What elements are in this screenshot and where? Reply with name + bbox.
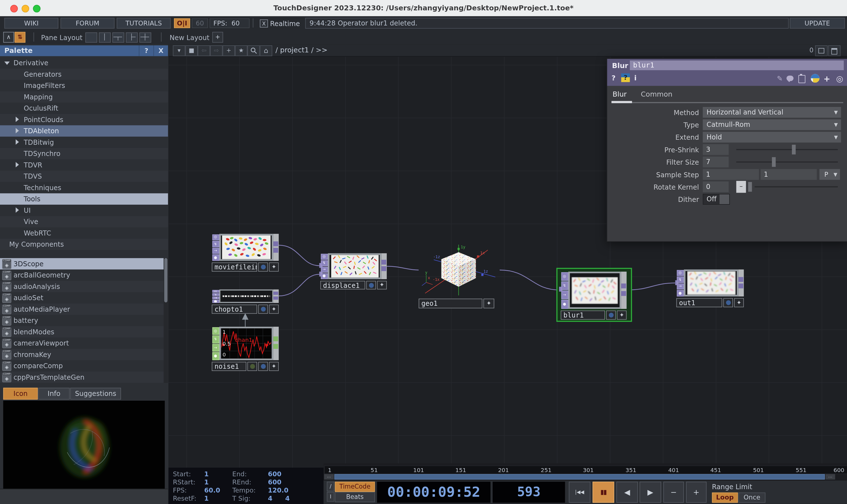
pane-type-button[interactable]: ■ — [186, 46, 198, 56]
tree-item-techniques[interactable]: Techniques — [0, 182, 168, 194]
layout-grid-button[interactable] — [140, 33, 151, 43]
range-start-grip[interactable]: ... — [324, 474, 334, 479]
component-blendmodes[interactable]: COMP◈blendModes — [0, 326, 163, 338]
node-blur1[interactable]: ◎↯ →● blur1 ✦ — [561, 272, 627, 309]
node-star-icon[interactable]: ✦ — [269, 305, 279, 314]
tree-item-oculusrift[interactable]: OculusRift — [0, 103, 168, 114]
info-icon[interactable]: i — [634, 74, 637, 82]
tree-item-my-components[interactable]: My Components — [0, 238, 168, 250]
tree-item-mapping[interactable]: Mapping — [0, 91, 168, 103]
node-display-toggle[interactable] — [606, 310, 616, 320]
oi-toggle[interactable]: O|I — [174, 18, 190, 28]
node-noise1[interactable]: ◎↯ →● 1 0.5 0 chan — [212, 327, 279, 360]
palette-scrollbar-thumb[interactable] — [164, 258, 167, 302]
operator-name-field[interactable]: blur1 — [630, 60, 844, 70]
node-outputs[interactable] — [273, 327, 279, 360]
node-viewer[interactable] — [568, 272, 621, 309]
help-icon[interactable]: ? — [612, 74, 616, 82]
pane-menu-button[interactable]: ▾ — [173, 46, 185, 56]
node-flags[interactable]: ◎↯ →● — [212, 327, 219, 360]
node-outputs[interactable] — [273, 234, 279, 261]
node-out1[interactable]: ◎↯ →● out1 ✦ — [676, 269, 744, 296]
comment-bubble-icon[interactable] — [787, 76, 794, 81]
range-bar[interactable] — [334, 474, 825, 479]
add-parameter-icon[interactable]: + — [824, 74, 830, 84]
node-star-icon[interactable]: ✦ — [617, 310, 627, 320]
node-viewer[interactable] — [219, 234, 273, 261]
node-outputs[interactable] — [738, 269, 744, 296]
filtersize-slider-thumb[interactable] — [772, 157, 776, 167]
nav-back-button[interactable]: ⇦ — [198, 46, 210, 56]
copy-parameters-icon[interactable] — [798, 75, 805, 83]
tree-item-ui[interactable]: UI — [0, 205, 168, 216]
jump-to-start-button[interactable]: |◀◀ — [569, 482, 590, 503]
realtime-checkbox[interactable]: X — [260, 19, 268, 28]
type-dropdown[interactable]: Catmull-Rom▼ — [703, 119, 841, 130]
node-flags[interactable]: ◎↯ →● — [561, 272, 568, 309]
wiki-button[interactable]: WIKI — [4, 18, 58, 29]
component-audioset[interactable]: COMP◈audioSet — [0, 292, 163, 304]
samplestep-unit-dropdown[interactable]: P▼ — [819, 169, 840, 180]
range-end-grip[interactable]: ... — [826, 474, 835, 479]
component-cameraviewport[interactable]: COMP◈cameraViewport — [0, 337, 163, 349]
once-button[interactable]: Once — [738, 492, 765, 503]
step-back-button[interactable]: − — [663, 482, 684, 503]
layout-two-col-button[interactable] — [99, 33, 111, 43]
play-forward-button[interactable]: ▶ — [639, 482, 661, 503]
component-comparecomp[interactable]: COMP◈compareComp — [0, 360, 163, 372]
method-dropdown[interactable]: Horizontal and Vertical▼ — [703, 107, 841, 118]
dither-toggle[interactable]: Off — [703, 194, 730, 205]
rotatekernel-ladder[interactable]: – — [736, 181, 746, 193]
timeline-settings[interactable]: Start:1 End:600 RStart:1 REnd:600 FPS:60… — [169, 468, 324, 504]
node-name[interactable]: displace1 — [320, 281, 365, 289]
status-message[interactable]: 9:44:28 Operator blur1 deleted. — [305, 18, 789, 29]
tree-item-tdableton[interactable]: TDAbleton — [0, 125, 168, 137]
component-audioanalysis[interactable]: COMP◈audioAnalysis — [0, 281, 163, 292]
tab-common[interactable]: Common — [641, 90, 672, 98]
palette-help-button[interactable]: ? — [139, 46, 154, 56]
preshrink-slider-thumb[interactable] — [792, 145, 796, 155]
parameter-mode-icon[interactable]: ◎ — [836, 74, 843, 84]
component-battery[interactable]: COMP◈battery — [0, 315, 163, 326]
node-name[interactable]: noise1 — [212, 362, 246, 371]
rotatekernel-slider[interactable] — [755, 186, 838, 187]
tree-item-tdvr[interactable]: TDVR — [0, 159, 168, 171]
node-display-toggle[interactable] — [723, 298, 733, 307]
tree-item-pointclouds[interactable]: PointClouds — [0, 114, 168, 125]
beats-mode-button[interactable]: Beats — [335, 492, 375, 502]
time-slash-button[interactable]: / — [327, 482, 334, 491]
node-outputs[interactable] — [621, 272, 627, 309]
node-star-icon[interactable]: ✦ — [734, 298, 744, 307]
node-export-toggle[interactable] — [247, 362, 257, 371]
node-name[interactable]: out1 — [676, 298, 722, 307]
node-flags[interactable]: ◎↯ →● — [320, 253, 328, 279]
component-3dscope[interactable]: COMP◈3DScope — [0, 258, 163, 270]
tab-icon[interactable]: Icon — [3, 388, 38, 399]
preshrink-field[interactable]: 3 — [703, 144, 729, 155]
search-icon[interactable] — [247, 46, 260, 56]
rotatekernel-field[interactable]: 0 — [703, 181, 729, 192]
collapse-panel-button[interactable]: ∧ — [3, 32, 14, 43]
timecode-mode-button[interactable]: TimeCode — [335, 482, 375, 492]
forum-button[interactable]: FORUM — [60, 18, 114, 29]
node-name[interactable]: moviefilein1 — [212, 263, 257, 272]
node-viewer[interactable]: 1 0.5 0 chan1 — [219, 327, 273, 360]
update-button[interactable]: UPDATE — [790, 18, 845, 29]
split-pane-button[interactable] — [828, 46, 840, 56]
home-button[interactable]: ⌂ — [260, 46, 272, 56]
tree-item-generators[interactable]: Generators — [0, 69, 168, 80]
pause-button[interactable]: ▮▮ — [593, 482, 614, 503]
anchor-pane-button[interactable]: ⇅ — [15, 32, 25, 43]
layout-single-button[interactable] — [85, 33, 97, 43]
tutorials-button[interactable]: TUTORIALS — [117, 18, 171, 29]
node-flags[interactable]: ◎↯ →● — [676, 269, 684, 296]
component-arcballgeometry[interactable]: COMP◈arcBallGeometry — [0, 269, 163, 281]
node-name[interactable]: blur1 — [561, 310, 605, 320]
node-flags[interactable]: ◎↯ →● — [212, 234, 219, 261]
node-outputs[interactable] — [273, 289, 279, 303]
time-i-button[interactable]: I — [327, 492, 334, 502]
add-operator-button[interactable]: + — [223, 46, 235, 56]
tree-item-tools[interactable]: Tools — [0, 193, 168, 205]
node-display-toggle[interactable] — [258, 305, 268, 314]
tab-info[interactable]: Info — [38, 388, 70, 399]
